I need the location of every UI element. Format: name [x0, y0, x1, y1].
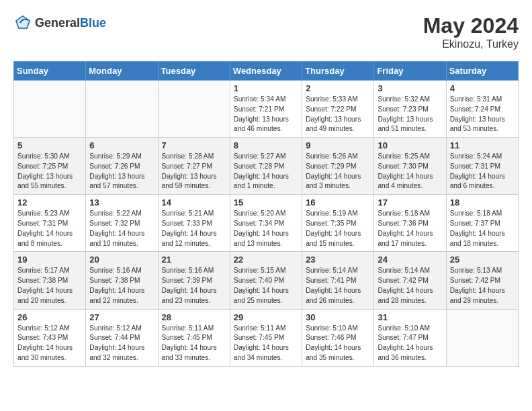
calendar-cell: 10Sunrise: 5:25 AM Sunset: 7:30 PM Dayli…	[374, 138, 446, 195]
calendar-cell	[158, 81, 230, 138]
day-number: 11	[450, 140, 515, 150]
day-number: 31	[378, 312, 442, 322]
day-number: 18	[450, 197, 515, 208]
calendar-cell: 15Sunrise: 5:20 AM Sunset: 7:34 PM Dayli…	[230, 195, 302, 252]
calendar-cell: 17Sunrise: 5:18 AM Sunset: 7:36 PM Dayli…	[374, 195, 446, 252]
calendar-cell: 26Sunrise: 5:12 AM Sunset: 7:43 PM Dayli…	[14, 309, 86, 366]
calendar-cell: 21Sunrise: 5:16 AM Sunset: 7:39 PM Dayli…	[158, 252, 230, 309]
day-number: 26	[17, 312, 82, 322]
calendar-cell: 29Sunrise: 5:11 AM Sunset: 7:45 PM Dayli…	[230, 309, 302, 366]
calendar-cell	[446, 309, 518, 366]
day-info: Sunrise: 5:19 AM Sunset: 7:35 PM Dayligh…	[306, 209, 370, 248]
day-number: 13	[89, 197, 154, 208]
day-number: 6	[89, 140, 154, 150]
logo: GeneralBlue	[13, 13, 106, 32]
calendar-cell: 30Sunrise: 5:10 AM Sunset: 7:46 PM Dayli…	[302, 309, 374, 366]
day-number: 16	[306, 197, 370, 208]
day-info: Sunrise: 5:11 AM Sunset: 7:45 PM Dayligh…	[162, 324, 226, 363]
day-header-friday: Friday	[374, 62, 446, 81]
day-header-thursday: Thursday	[302, 62, 374, 81]
calendar-cell: 8Sunrise: 5:27 AM Sunset: 7:28 PM Daylig…	[230, 138, 302, 195]
day-number: 19	[17, 255, 82, 265]
calendar-cell: 3Sunrise: 5:32 AM Sunset: 7:23 PM Daylig…	[374, 81, 446, 138]
logo-general: General	[35, 16, 80, 30]
day-info: Sunrise: 5:26 AM Sunset: 7:29 PM Dayligh…	[306, 152, 370, 191]
day-number: 30	[306, 312, 370, 322]
day-number: 28	[162, 312, 226, 322]
day-number: 3	[378, 83, 442, 93]
calendar-cell: 13Sunrise: 5:22 AM Sunset: 7:32 PM Dayli…	[86, 195, 158, 252]
calendar-cell: 9Sunrise: 5:26 AM Sunset: 7:29 PM Daylig…	[302, 138, 374, 195]
calendar-cell: 22Sunrise: 5:15 AM Sunset: 7:40 PM Dayli…	[230, 252, 302, 309]
day-number: 23	[306, 255, 370, 265]
calendar-week-row: 12Sunrise: 5:23 AM Sunset: 7:31 PM Dayli…	[14, 195, 519, 252]
day-number: 27	[89, 312, 154, 322]
calendar-cell: 7Sunrise: 5:28 AM Sunset: 7:27 PM Daylig…	[158, 138, 230, 195]
day-number: 4	[450, 83, 515, 93]
day-info: Sunrise: 5:24 AM Sunset: 7:31 PM Dayligh…	[450, 152, 515, 191]
day-number: 14	[162, 197, 226, 208]
calendar-cell	[86, 81, 158, 138]
calendar-week-row: 19Sunrise: 5:17 AM Sunset: 7:38 PM Dayli…	[14, 252, 519, 309]
day-info: Sunrise: 5:29 AM Sunset: 7:26 PM Dayligh…	[89, 152, 154, 191]
day-info: Sunrise: 5:25 AM Sunset: 7:30 PM Dayligh…	[378, 152, 442, 191]
page-header: GeneralBlue May 2024 Ekinozu, Turkey	[13, 13, 519, 50]
day-info: Sunrise: 5:16 AM Sunset: 7:38 PM Dayligh…	[89, 266, 154, 306]
day-info: Sunrise: 5:14 AM Sunset: 7:41 PM Dayligh…	[306, 266, 370, 306]
day-header-tuesday: Tuesday	[158, 62, 230, 81]
day-number: 21	[162, 255, 226, 265]
day-info: Sunrise: 5:17 AM Sunset: 7:38 PM Dayligh…	[17, 266, 82, 306]
day-number: 15	[234, 197, 298, 208]
day-info: Sunrise: 5:28 AM Sunset: 7:27 PM Dayligh…	[162, 152, 226, 191]
calendar-cell: 24Sunrise: 5:14 AM Sunset: 7:42 PM Dayli…	[374, 252, 446, 309]
logo-blue: Blue	[80, 16, 106, 30]
day-number: 24	[378, 255, 442, 265]
calendar-cell: 31Sunrise: 5:10 AM Sunset: 7:47 PM Dayli…	[374, 309, 446, 366]
day-info: Sunrise: 5:30 AM Sunset: 7:25 PM Dayligh…	[17, 152, 82, 191]
day-info: Sunrise: 5:10 AM Sunset: 7:47 PM Dayligh…	[378, 324, 442, 363]
day-info: Sunrise: 5:11 AM Sunset: 7:45 PM Dayligh…	[234, 324, 298, 363]
calendar-cell: 14Sunrise: 5:21 AM Sunset: 7:33 PM Dayli…	[158, 195, 230, 252]
calendar-cell: 23Sunrise: 5:14 AM Sunset: 7:41 PM Dayli…	[302, 252, 374, 309]
day-number: 17	[378, 197, 442, 208]
day-number: 12	[17, 197, 82, 208]
day-number: 22	[234, 255, 298, 265]
day-info: Sunrise: 5:16 AM Sunset: 7:39 PM Dayligh…	[162, 266, 226, 306]
day-info: Sunrise: 5:18 AM Sunset: 7:37 PM Dayligh…	[450, 209, 515, 248]
day-info: Sunrise: 5:12 AM Sunset: 7:44 PM Dayligh…	[89, 324, 154, 363]
day-header-wednesday: Wednesday	[230, 62, 302, 81]
calendar-week-row: 1Sunrise: 5:34 AM Sunset: 7:21 PM Daylig…	[14, 81, 519, 138]
calendar-cell: 1Sunrise: 5:34 AM Sunset: 7:21 PM Daylig…	[230, 81, 302, 138]
day-info: Sunrise: 5:34 AM Sunset: 7:21 PM Dayligh…	[234, 95, 298, 134]
logo-text: GeneralBlue	[35, 16, 106, 30]
day-number: 29	[234, 312, 298, 322]
calendar-cell: 20Sunrise: 5:16 AM Sunset: 7:38 PM Dayli…	[86, 252, 158, 309]
calendar-cell: 5Sunrise: 5:30 AM Sunset: 7:25 PM Daylig…	[14, 138, 86, 195]
location: Ekinozu, Turkey	[423, 38, 519, 50]
day-info: Sunrise: 5:18 AM Sunset: 7:36 PM Dayligh…	[378, 209, 442, 248]
svg-marker-0	[15, 15, 31, 30]
day-info: Sunrise: 5:12 AM Sunset: 7:43 PM Dayligh…	[17, 324, 82, 363]
day-info: Sunrise: 5:27 AM Sunset: 7:28 PM Dayligh…	[234, 152, 298, 191]
day-info: Sunrise: 5:32 AM Sunset: 7:23 PM Dayligh…	[378, 95, 442, 134]
day-info: Sunrise: 5:21 AM Sunset: 7:33 PM Dayligh…	[162, 209, 226, 248]
calendar-table: SundayMondayTuesdayWednesdayThursdayFrid…	[13, 61, 519, 367]
day-number: 8	[234, 140, 298, 150]
day-info: Sunrise: 5:13 AM Sunset: 7:42 PM Dayligh…	[450, 266, 515, 306]
day-header-saturday: Saturday	[446, 62, 518, 81]
calendar-cell: 18Sunrise: 5:18 AM Sunset: 7:37 PM Dayli…	[446, 195, 518, 252]
logo-icon	[13, 13, 32, 32]
calendar-week-row: 26Sunrise: 5:12 AM Sunset: 7:43 PM Dayli…	[14, 309, 519, 366]
day-info: Sunrise: 5:31 AM Sunset: 7:24 PM Dayligh…	[450, 95, 515, 134]
day-info: Sunrise: 5:10 AM Sunset: 7:46 PM Dayligh…	[306, 324, 370, 363]
day-header-monday: Monday	[86, 62, 158, 81]
calendar-cell	[14, 81, 86, 138]
calendar-cell: 11Sunrise: 5:24 AM Sunset: 7:31 PM Dayli…	[446, 138, 518, 195]
day-number: 5	[17, 140, 82, 150]
calendar-cell: 27Sunrise: 5:12 AM Sunset: 7:44 PM Dayli…	[86, 309, 158, 366]
day-info: Sunrise: 5:20 AM Sunset: 7:34 PM Dayligh…	[234, 209, 298, 248]
title-block: May 2024 Ekinozu, Turkey	[423, 13, 519, 50]
calendar-cell: 6Sunrise: 5:29 AM Sunset: 7:26 PM Daylig…	[86, 138, 158, 195]
day-info: Sunrise: 5:33 AM Sunset: 7:22 PM Dayligh…	[306, 95, 370, 134]
day-number: 2	[306, 83, 370, 93]
